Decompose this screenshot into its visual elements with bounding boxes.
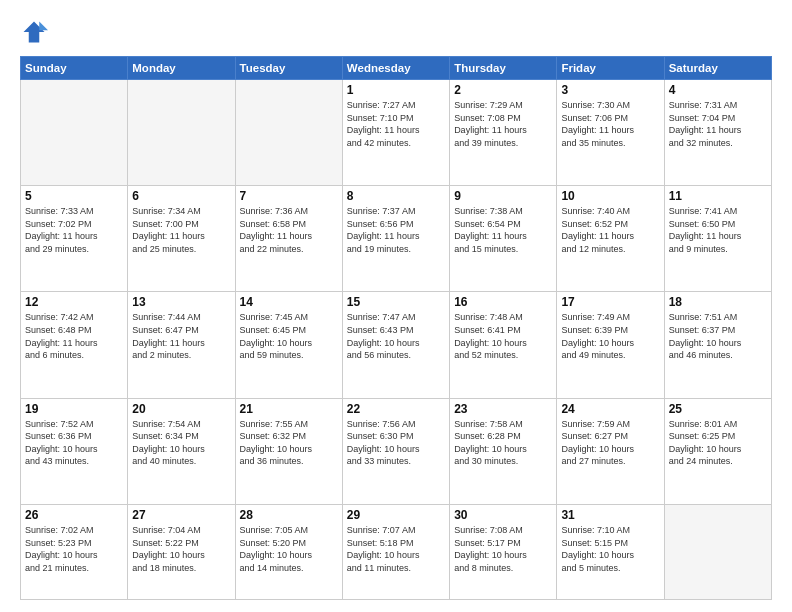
day-info: Sunrise: 7:54 AM Sunset: 6:34 PM Dayligh… xyxy=(132,418,230,468)
day-number: 17 xyxy=(561,295,659,309)
day-number: 4 xyxy=(669,83,767,97)
calendar-cell: 26Sunrise: 7:02 AM Sunset: 5:23 PM Dayli… xyxy=(21,504,128,599)
day-number: 3 xyxy=(561,83,659,97)
calendar-cell: 3Sunrise: 7:30 AM Sunset: 7:06 PM Daylig… xyxy=(557,80,664,186)
day-number: 13 xyxy=(132,295,230,309)
calendar-cell: 1Sunrise: 7:27 AM Sunset: 7:10 PM Daylig… xyxy=(342,80,449,186)
day-number: 21 xyxy=(240,402,338,416)
day-number: 25 xyxy=(669,402,767,416)
day-info: Sunrise: 7:44 AM Sunset: 6:47 PM Dayligh… xyxy=(132,311,230,361)
day-info: Sunrise: 7:04 AM Sunset: 5:22 PM Dayligh… xyxy=(132,524,230,574)
weekday-header-saturday: Saturday xyxy=(664,57,771,80)
calendar-cell: 21Sunrise: 7:55 AM Sunset: 6:32 PM Dayli… xyxy=(235,398,342,504)
day-info: Sunrise: 7:33 AM Sunset: 7:02 PM Dayligh… xyxy=(25,205,123,255)
day-number: 1 xyxy=(347,83,445,97)
day-info: Sunrise: 7:05 AM Sunset: 5:20 PM Dayligh… xyxy=(240,524,338,574)
weekday-header-thursday: Thursday xyxy=(450,57,557,80)
calendar-cell: 18Sunrise: 7:51 AM Sunset: 6:37 PM Dayli… xyxy=(664,292,771,398)
calendar-cell: 28Sunrise: 7:05 AM Sunset: 5:20 PM Dayli… xyxy=(235,504,342,599)
calendar-cell: 30Sunrise: 7:08 AM Sunset: 5:17 PM Dayli… xyxy=(450,504,557,599)
calendar-cell: 17Sunrise: 7:49 AM Sunset: 6:39 PM Dayli… xyxy=(557,292,664,398)
calendar-cell: 31Sunrise: 7:10 AM Sunset: 5:15 PM Dayli… xyxy=(557,504,664,599)
day-number: 16 xyxy=(454,295,552,309)
calendar-cell: 2Sunrise: 7:29 AM Sunset: 7:08 PM Daylig… xyxy=(450,80,557,186)
calendar-cell: 23Sunrise: 7:58 AM Sunset: 6:28 PM Dayli… xyxy=(450,398,557,504)
weekday-header-row: SundayMondayTuesdayWednesdayThursdayFrid… xyxy=(21,57,772,80)
day-info: Sunrise: 7:52 AM Sunset: 6:36 PM Dayligh… xyxy=(25,418,123,468)
calendar-cell: 25Sunrise: 8:01 AM Sunset: 6:25 PM Dayli… xyxy=(664,398,771,504)
calendar-cell: 22Sunrise: 7:56 AM Sunset: 6:30 PM Dayli… xyxy=(342,398,449,504)
calendar-cell: 8Sunrise: 7:37 AM Sunset: 6:56 PM Daylig… xyxy=(342,186,449,292)
calendar-cell: 20Sunrise: 7:54 AM Sunset: 6:34 PM Dayli… xyxy=(128,398,235,504)
day-info: Sunrise: 7:37 AM Sunset: 6:56 PM Dayligh… xyxy=(347,205,445,255)
day-info: Sunrise: 7:55 AM Sunset: 6:32 PM Dayligh… xyxy=(240,418,338,468)
day-info: Sunrise: 7:58 AM Sunset: 6:28 PM Dayligh… xyxy=(454,418,552,468)
day-info: Sunrise: 8:01 AM Sunset: 6:25 PM Dayligh… xyxy=(669,418,767,468)
day-number: 6 xyxy=(132,189,230,203)
weekday-header-wednesday: Wednesday xyxy=(342,57,449,80)
calendar-cell: 19Sunrise: 7:52 AM Sunset: 6:36 PM Dayli… xyxy=(21,398,128,504)
calendar-cell: 29Sunrise: 7:07 AM Sunset: 5:18 PM Dayli… xyxy=(342,504,449,599)
calendar-cell: 6Sunrise: 7:34 AM Sunset: 7:00 PM Daylig… xyxy=(128,186,235,292)
calendar-cell: 5Sunrise: 7:33 AM Sunset: 7:02 PM Daylig… xyxy=(21,186,128,292)
day-number: 12 xyxy=(25,295,123,309)
day-info: Sunrise: 7:41 AM Sunset: 6:50 PM Dayligh… xyxy=(669,205,767,255)
weekday-header-monday: Monday xyxy=(128,57,235,80)
day-number: 26 xyxy=(25,508,123,522)
day-number: 22 xyxy=(347,402,445,416)
calendar-cell: 14Sunrise: 7:45 AM Sunset: 6:45 PM Dayli… xyxy=(235,292,342,398)
day-info: Sunrise: 7:45 AM Sunset: 6:45 PM Dayligh… xyxy=(240,311,338,361)
calendar-cell: 4Sunrise: 7:31 AM Sunset: 7:04 PM Daylig… xyxy=(664,80,771,186)
header xyxy=(20,18,772,46)
day-number: 31 xyxy=(561,508,659,522)
day-info: Sunrise: 7:38 AM Sunset: 6:54 PM Dayligh… xyxy=(454,205,552,255)
calendar-cell: 24Sunrise: 7:59 AM Sunset: 6:27 PM Dayli… xyxy=(557,398,664,504)
day-info: Sunrise: 7:34 AM Sunset: 7:00 PM Dayligh… xyxy=(132,205,230,255)
day-number: 27 xyxy=(132,508,230,522)
day-number: 29 xyxy=(347,508,445,522)
day-info: Sunrise: 7:08 AM Sunset: 5:17 PM Dayligh… xyxy=(454,524,552,574)
day-number: 15 xyxy=(347,295,445,309)
day-info: Sunrise: 7:07 AM Sunset: 5:18 PM Dayligh… xyxy=(347,524,445,574)
calendar-cell: 13Sunrise: 7:44 AM Sunset: 6:47 PM Dayli… xyxy=(128,292,235,398)
day-info: Sunrise: 7:49 AM Sunset: 6:39 PM Dayligh… xyxy=(561,311,659,361)
day-info: Sunrise: 7:31 AM Sunset: 7:04 PM Dayligh… xyxy=(669,99,767,149)
weekday-header-friday: Friday xyxy=(557,57,664,80)
day-number: 28 xyxy=(240,508,338,522)
calendar-cell xyxy=(235,80,342,186)
day-info: Sunrise: 7:36 AM Sunset: 6:58 PM Dayligh… xyxy=(240,205,338,255)
day-info: Sunrise: 7:47 AM Sunset: 6:43 PM Dayligh… xyxy=(347,311,445,361)
day-number: 19 xyxy=(25,402,123,416)
day-info: Sunrise: 7:51 AM Sunset: 6:37 PM Dayligh… xyxy=(669,311,767,361)
calendar-table: SundayMondayTuesdayWednesdayThursdayFrid… xyxy=(20,56,772,600)
day-number: 14 xyxy=(240,295,338,309)
day-info: Sunrise: 7:59 AM Sunset: 6:27 PM Dayligh… xyxy=(561,418,659,468)
calendar-cell xyxy=(664,504,771,599)
day-number: 5 xyxy=(25,189,123,203)
weekday-header-tuesday: Tuesday xyxy=(235,57,342,80)
calendar-cell: 15Sunrise: 7:47 AM Sunset: 6:43 PM Dayli… xyxy=(342,292,449,398)
calendar-week-4: 19Sunrise: 7:52 AM Sunset: 6:36 PM Dayli… xyxy=(21,398,772,504)
calendar-page: SundayMondayTuesdayWednesdayThursdayFrid… xyxy=(0,0,792,612)
calendar-week-5: 26Sunrise: 7:02 AM Sunset: 5:23 PM Dayli… xyxy=(21,504,772,599)
day-number: 23 xyxy=(454,402,552,416)
day-info: Sunrise: 7:56 AM Sunset: 6:30 PM Dayligh… xyxy=(347,418,445,468)
logo xyxy=(20,18,52,46)
day-number: 24 xyxy=(561,402,659,416)
day-info: Sunrise: 7:30 AM Sunset: 7:06 PM Dayligh… xyxy=(561,99,659,149)
day-info: Sunrise: 7:29 AM Sunset: 7:08 PM Dayligh… xyxy=(454,99,552,149)
day-info: Sunrise: 7:42 AM Sunset: 6:48 PM Dayligh… xyxy=(25,311,123,361)
calendar-cell: 9Sunrise: 7:38 AM Sunset: 6:54 PM Daylig… xyxy=(450,186,557,292)
weekday-header-sunday: Sunday xyxy=(21,57,128,80)
day-number: 30 xyxy=(454,508,552,522)
day-number: 7 xyxy=(240,189,338,203)
day-info: Sunrise: 7:48 AM Sunset: 6:41 PM Dayligh… xyxy=(454,311,552,361)
calendar-cell xyxy=(128,80,235,186)
calendar-week-1: 1Sunrise: 7:27 AM Sunset: 7:10 PM Daylig… xyxy=(21,80,772,186)
day-number: 10 xyxy=(561,189,659,203)
day-number: 2 xyxy=(454,83,552,97)
calendar-cell: 12Sunrise: 7:42 AM Sunset: 6:48 PM Dayli… xyxy=(21,292,128,398)
day-number: 18 xyxy=(669,295,767,309)
calendar-cell: 27Sunrise: 7:04 AM Sunset: 5:22 PM Dayli… xyxy=(128,504,235,599)
day-info: Sunrise: 7:40 AM Sunset: 6:52 PM Dayligh… xyxy=(561,205,659,255)
